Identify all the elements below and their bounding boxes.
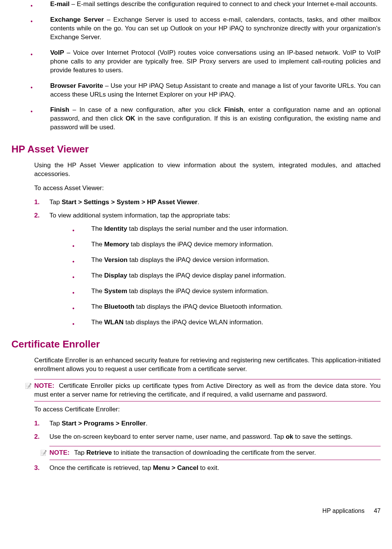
bullet-icon <box>11 49 31 75</box>
bullet-text: Finish – In case of a new configuration,… <box>31 106 381 132</box>
tab-text: The Display tab displays the iPAQ device… <box>91 271 381 280</box>
tab-list: The Identity tab displays the serial num… <box>34 225 381 327</box>
footer-section-name: HP applications <box>322 508 365 514</box>
bullet-browser-favorite: Browser Favorite – Use your HP iPAQ Setu… <box>11 82 381 99</box>
bullet-icon <box>34 287 91 296</box>
tab-text: The System tab displays the iPAQ device … <box>91 287 381 296</box>
bullet-icon <box>34 256 91 265</box>
asset-viewer-section: Using the HP Asset Viewer application to… <box>34 161 381 327</box>
tab-system: The System tab displays the iPAQ device … <box>34 287 381 296</box>
tab-text: The Memory tab displays the iPAQ device … <box>91 240 381 249</box>
step-number: 1. <box>34 419 49 428</box>
asset-intro: Using the HP Asset Viewer application to… <box>34 161 381 179</box>
bullet-icon <box>34 225 91 233</box>
cert-intro: Certificate Enroller is an enhanced secu… <box>34 356 381 374</box>
asset-to-access: To access Asset Viewer: <box>34 184 381 193</box>
tab-text: The WLAN tab displays the iPAQ device WL… <box>91 318 381 327</box>
bullet-text: VoIP – Voice over Internet Protocol (VoI… <box>31 49 381 75</box>
step-text: To view additional system information, t… <box>49 211 381 220</box>
step-number: 2. <box>34 433 49 441</box>
cert-enroller-section: Certificate Enroller is an enhanced secu… <box>34 356 381 473</box>
tab-text: The Version tab displays the iPAQ device… <box>91 256 381 265</box>
bullet-text: Browser Favorite – Use your HP iPAQ Setu… <box>31 82 381 99</box>
cert-to-access: To access Certificate Enroller: <box>34 405 381 414</box>
tab-text: The Bluetooth tab displays the iPAQ devi… <box>91 303 381 311</box>
note-text: NOTE:Tap Retrieve to initiate the transa… <box>49 449 381 457</box>
bullet-exchange: Exchange Server – Exchange Server is use… <box>11 16 381 42</box>
bullet-icon <box>11 0 31 9</box>
bullet-icon <box>11 82 31 99</box>
bullet-voip: VoIP – Voice over Internet Protocol (VoI… <box>11 49 381 75</box>
feature-bullet-list: E-mail – E-mail settings describe the co… <box>11 0 381 132</box>
footer-page-number: 47 <box>374 508 381 514</box>
tab-wlan: The WLAN tab displays the iPAQ device WL… <box>34 318 381 327</box>
note-box-1: NOTE:Certificate Enroller picks up certi… <box>34 379 381 402</box>
note-text: NOTE:Certificate Enroller picks up certi… <box>34 382 381 399</box>
step-text: Use the on-screen keyboard to enter serv… <box>49 433 381 441</box>
step-number: 2. <box>34 211 49 220</box>
tab-display: The Display tab displays the iPAQ device… <box>34 271 381 280</box>
bullet-text: E-mail – E-mail settings describe the co… <box>31 0 381 9</box>
cert-step-1: 1. Tap Start > Programs > Enroller. <box>34 419 381 428</box>
asset-step-2: 2. To view additional system information… <box>34 211 381 220</box>
bullet-email: E-mail – E-mail settings describe the co… <box>11 0 381 9</box>
tab-text: The Identity tab displays the serial num… <box>91 225 381 233</box>
cert-step-2: 2. Use the on-screen keyboard to enter s… <box>34 433 381 441</box>
tab-version: The Version tab displays the iPAQ device… <box>34 256 381 265</box>
tab-bluetooth: The Bluetooth tab displays the iPAQ devi… <box>34 303 381 311</box>
heading-cert-enroller: Certificate Enroller <box>11 338 381 351</box>
bullet-icon <box>34 303 91 311</box>
bullet-icon <box>34 240 91 249</box>
note-label: NOTE: <box>49 449 70 456</box>
note-icon <box>40 449 49 457</box>
bullet-finish: Finish – In case of a new configuration,… <box>11 106 381 132</box>
page-footer: HP applications 47 <box>11 507 381 515</box>
bullet-icon <box>11 106 31 132</box>
note-box-2: NOTE:Tap Retrieve to initiate the transa… <box>49 446 381 460</box>
step-text: Once the certificate is retrieved, tap M… <box>49 464 381 473</box>
bullet-text: Exchange Server – Exchange Server is use… <box>31 16 381 42</box>
bullet-icon <box>34 271 91 280</box>
bullet-icon <box>34 318 91 327</box>
step-number: 3. <box>34 464 49 473</box>
tab-identity: The Identity tab displays the serial num… <box>34 225 381 233</box>
heading-asset-viewer: HP Asset Viewer <box>11 143 381 156</box>
asset-step-1: 1. Tap Start > Settings > System > HP As… <box>34 198 381 207</box>
note-label: NOTE: <box>34 382 54 389</box>
step-text: Tap Start > Programs > Enroller. <box>49 419 381 428</box>
bullet-icon <box>11 16 31 42</box>
cert-step-3: 3. Once the certificate is retrieved, ta… <box>34 464 381 473</box>
tab-memory: The Memory tab displays the iPAQ device … <box>34 240 381 249</box>
note-icon <box>25 382 34 399</box>
step-text: Tap Start > Settings > System > HP Asset… <box>49 198 381 207</box>
step-number: 1. <box>34 198 49 207</box>
